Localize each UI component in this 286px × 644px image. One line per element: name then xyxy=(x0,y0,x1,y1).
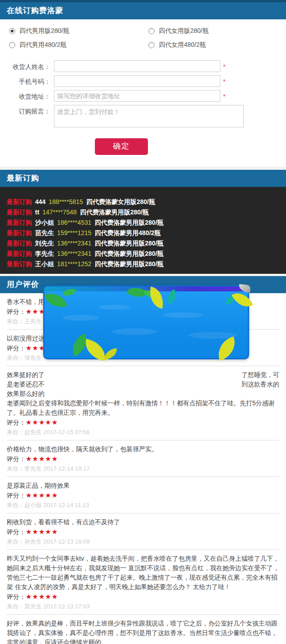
review-item: 价格给力，物流也很快，隔天就收到了，包装很严实。 评分：★★★★★ 来自：李先生… xyxy=(7,440,279,477)
order-row: 最新订购沙小姐186****4531四代费洛蒙男用版280/瓶 xyxy=(7,218,286,228)
review-text-fragment-line: 效果挺好的了 了想睡觉，可 xyxy=(7,370,279,380)
shipping-address-field[interactable] xyxy=(54,90,220,102)
review-body: 昨天又约到一个女同事去ktv，趁着她去洗手间，把香水喷在了包房里，又在自己身上猛… xyxy=(7,554,279,592)
required-asterisk: * xyxy=(223,60,225,73)
field-control-wrap xyxy=(54,105,244,129)
product-option-radio[interactable] xyxy=(148,28,155,34)
product-option-radio[interactable] xyxy=(148,42,155,48)
confirm-button[interactable]: 确定 xyxy=(95,138,148,155)
cloud-shape xyxy=(63,315,99,321)
order-name: tt xyxy=(35,209,39,216)
review-rating: 评分：★★★★★ xyxy=(7,527,279,537)
review-text-fragment-line: 是老婆还忍不 到这款香水的 xyxy=(7,380,279,389)
product-option[interactable]: 四代女用版280/瓶 xyxy=(148,27,283,35)
leaf-icon xyxy=(165,289,179,304)
rating-stars: ★★★ xyxy=(26,344,45,352)
floating-ad-overlay[interactable] xyxy=(43,286,249,359)
order-row: 最新订购苗先生159****1215四代费洛蒙男用480/2瓶 xyxy=(7,228,286,238)
review-meta: 来自：赵先生 2017-12-15 07:56 xyxy=(7,428,279,436)
product-option[interactable]: 四代男用480/2瓶 xyxy=(9,41,148,49)
order-product: 四代费洛蒙男用版280/瓶 xyxy=(94,219,163,226)
review-body: 刚收到货，看着很不错，有点迫不及待了 xyxy=(7,517,279,527)
review-item: 是原装正品，期待效果 评分：★★★★★ 来自：赵小姐 2017-12-14 11… xyxy=(7,477,279,513)
product-option-label: 四代女用版280/瓶 xyxy=(159,27,209,35)
review-rating: 评分：★★★★★ xyxy=(7,454,279,464)
order-tag: 最新订购 xyxy=(7,250,32,257)
order-phone: 136****2341 xyxy=(57,250,91,257)
review-body: 价格给力，物流也很快，隔天就收到了，包装很严实。 xyxy=(7,444,279,454)
order-product: 四代费洛蒙男用版280/瓶 xyxy=(94,240,163,247)
order-phone: 181****1252 xyxy=(57,260,91,268)
review-text: 价格给力，物流也很快，隔天就收到了，包装很严实。 xyxy=(7,444,279,454)
product-option-radio[interactable] xyxy=(9,42,15,48)
phone-number-field[interactable] xyxy=(54,75,220,87)
order-tag: 最新订购 xyxy=(7,260,32,268)
order-row: 最新订购王小姐181****1252四代费洛蒙男用版280/瓶 xyxy=(7,259,286,269)
order-form-header: 在线订购费洛蒙 xyxy=(0,0,286,19)
review-text-fragment-line: 效果那么好的 xyxy=(7,389,279,399)
rating-stars: ★★★★★ xyxy=(26,491,58,499)
fragment-right: 了想睡觉，可 xyxy=(241,370,279,380)
rating-stars: ★★★★★ xyxy=(26,593,58,600)
review-body: 好评，效果真的是棒，而且平时上班很少有异性跟我说话，喷了它之后，办公室好几个女孩… xyxy=(7,619,279,644)
cloud-shape xyxy=(98,305,130,310)
form-fields: 收货人姓名： * 手机号码： * 收货地址： * 订购留言： xyxy=(0,56,286,129)
required-asterisk: * xyxy=(223,75,225,88)
review-meta: 来自：赵小姐 2017-12-14 11:13 xyxy=(7,501,279,509)
review-text: 老婆闻到之后变得和我恋爱那个时候一样，特别有激情！！！都有点招架不住了哇。先打5… xyxy=(7,399,279,417)
review-meta: 来自：孙先生 2017-12-13 19:09 xyxy=(7,537,279,546)
order-tag: 最新订购 xyxy=(7,240,32,247)
form-field-row: 订购留言： xyxy=(0,105,286,129)
field-control-wrap xyxy=(54,90,220,102)
order-tag: 最新订购 xyxy=(7,229,32,236)
order-row: 最新订购刘先生136****2341四代费洛蒙男用版280/瓶 xyxy=(7,238,286,249)
rating-label: 评分： xyxy=(7,593,26,600)
rating-stars: ★★★★★ xyxy=(26,455,58,463)
review-text: 是原装正品，期待效果 xyxy=(7,481,279,490)
order-message-field[interactable] xyxy=(54,105,244,127)
submit-row: 确定 xyxy=(0,132,243,166)
field-control-wrap xyxy=(54,60,220,72)
review-text: 刚收到货，看着很不错，有点迫不及待了 xyxy=(7,517,279,527)
rating-label: 评分： xyxy=(7,492,26,499)
rating-label: 评分： xyxy=(7,528,26,535)
product-option[interactable]: 四代男用版280/瓶 xyxy=(9,27,148,35)
cloud-shape xyxy=(112,328,157,335)
review-text: 昨天又约到一个女同事去ktv，趁着她去洗手间，把香水喷在了包房里，又在自己身上猛… xyxy=(7,554,279,592)
order-phone: 136****2341 xyxy=(57,240,91,247)
order-phone: 186****4531 xyxy=(57,219,91,226)
rating-stars: ★★★★★ xyxy=(26,418,58,426)
order-product: 四代费洛蒙男用版280/瓶 xyxy=(94,250,163,257)
recipient-name-field[interactable] xyxy=(54,60,220,72)
review-body: 效果挺好的了 了想睡觉，可 是老婆还忍不 到这款香水的 效果那么好的 老婆闻到之… xyxy=(7,370,279,417)
order-row: 最新订购李先生136****2341四代费洛蒙男用版280/瓶 xyxy=(7,249,286,259)
fragment-right: 到这款香水的 xyxy=(241,380,279,389)
product-option-label: 四代男用480/2瓶 xyxy=(19,41,67,49)
form-field-row: 收货人姓名： * xyxy=(0,60,286,73)
review-body: 是原装正品，期待效果 xyxy=(7,481,279,490)
field-control-wrap xyxy=(54,75,220,87)
review-item: 刚收到货，看着很不错，有点迫不及待了 评分：★★★★★ 来自：孙先生 2017-… xyxy=(7,513,279,550)
order-page: 在线订购费洛蒙 四代男用版280/瓶 四代女用版280/瓶 四代男用480/2瓶… xyxy=(0,0,286,644)
order-row: 最新订购444188****5815四代费洛蒙女用版280/瓶 xyxy=(7,197,286,207)
field-label: 手机号码： xyxy=(0,75,50,88)
order-product: 四代费洛蒙男用版280/瓶 xyxy=(80,209,149,216)
review-meta: 来自：李先生 2017-12-14 19:17 xyxy=(7,464,279,473)
leaf-icon xyxy=(103,348,118,360)
product-option-radio[interactable] xyxy=(9,28,15,34)
order-product: 四代费洛蒙男用版280/瓶 xyxy=(94,260,163,268)
rating-label: 评分： xyxy=(7,419,26,426)
product-option[interactable]: 四代女用480/2瓶 xyxy=(148,41,283,49)
order-product: 四代费洛蒙男用480/2瓶 xyxy=(94,229,161,236)
latest-orders-list: 最新订购444188****5815四代费洛蒙女用版280/瓶 最新订购tt14… xyxy=(0,187,286,274)
review-rating: 评分：★★★★★ xyxy=(7,417,279,427)
review-item: 好评，效果真的是棒，而且平时上班很少有异性跟我说话，喷了它之后，办公室好几个女孩… xyxy=(7,615,279,644)
order-name: 刘先生 xyxy=(35,240,54,247)
order-name: 444 xyxy=(35,198,45,205)
product-option-label: 四代女用480/2瓶 xyxy=(159,41,206,49)
product-options: 四代男用版280/瓶 四代女用版280/瓶 四代男用480/2瓶 四代女用480… xyxy=(0,19,286,56)
order-name: 苗先生 xyxy=(35,229,54,236)
form-field-row: 手机号码： * xyxy=(0,75,286,88)
fragment-left: 效果那么好的 xyxy=(7,389,45,399)
review-rating: 评分：★★★★★ xyxy=(7,592,279,602)
